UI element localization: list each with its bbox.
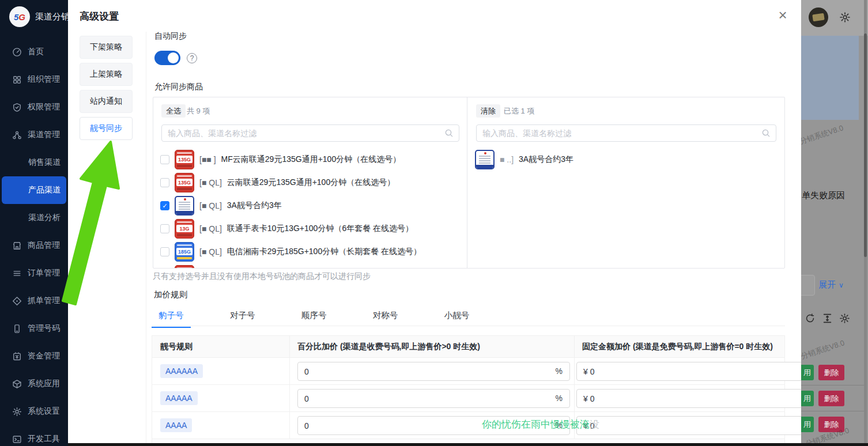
source-list: 135G [■■ ] MF云南联通29元135G通用+100分钟（在线选号） 1… bbox=[153, 148, 467, 268]
fixed-input-wrap bbox=[576, 389, 801, 408]
sidebar-item-system-settings[interactable]: 系统设置 bbox=[0, 398, 68, 425]
lyric-watermark: 你的忧伤在雨中慢慢被淹没 bbox=[482, 418, 599, 431]
select-all-button[interactable]: 全选 bbox=[161, 104, 186, 118]
tab-pair-number[interactable]: 对子号 bbox=[223, 307, 262, 327]
modal-tab-onshelf-strategy[interactable]: 上架策略 bbox=[80, 63, 133, 86]
sidebar-item-org[interactable]: 组织管理 bbox=[0, 66, 68, 93]
sidebar-item-channel[interactable]: 渠道管理 bbox=[0, 121, 68, 149]
terminal-icon bbox=[12, 434, 22, 444]
sidebar-item-goods[interactable]: 商品管理 bbox=[0, 232, 68, 259]
markup-tabs: 豹子号 对子号 顺序号 对称号 小靓号 bbox=[152, 307, 785, 326]
list-item[interactable]: 13G [■ QL] 联通手表卡10元13G+100分钟（6年套餐 在线选号） bbox=[153, 217, 467, 240]
table-row: AAAA % bbox=[152, 412, 784, 439]
expand-link[interactable]: 展开 ∨ bbox=[818, 279, 844, 290]
table-row: 用 删除 bbox=[801, 365, 868, 380]
list-item[interactable]: 185G [■ QL] 电信湘南卡29元185G+100分钟（长期套餐） bbox=[153, 263, 467, 268]
chevron-down-icon: ∨ bbox=[839, 281, 844, 289]
allow-sync-label: 允许同步商品 bbox=[154, 82, 203, 92]
fixed-markup-input[interactable] bbox=[583, 417, 801, 434]
markup-rules-title: 加价规则 bbox=[154, 289, 187, 300]
checkbox[interactable] bbox=[160, 224, 169, 233]
checkbox[interactable] bbox=[160, 155, 169, 164]
checkbox[interactable] bbox=[160, 178, 169, 187]
diamond-icon bbox=[12, 296, 22, 306]
scrollbar-thumb[interactable] bbox=[864, 33, 867, 257]
list-item[interactable]: [■ QL] 3A靓号合约3年 bbox=[153, 194, 467, 217]
background-blue-panel bbox=[801, 36, 859, 120]
tab-small-nice-number[interactable]: 小靓号 bbox=[437, 307, 477, 327]
shield-icon bbox=[12, 103, 22, 112]
modal-tab-offshelf-strategy[interactable]: 下架策略 bbox=[80, 36, 133, 59]
auto-sync-toggle[interactable] bbox=[154, 51, 180, 65]
row-height-icon[interactable] bbox=[822, 313, 833, 324]
transfer-target-panel: 清除 已选 1 项 ■ ..] 3A靓号合约3年 bbox=[468, 97, 784, 268]
product-thumbnail bbox=[475, 150, 495, 169]
list-icon bbox=[12, 269, 22, 278]
clear-button[interactable]: 清除 bbox=[476, 104, 500, 118]
product-thumbnail: 135G bbox=[175, 150, 194, 169]
fixed-markup-input[interactable] bbox=[583, 362, 801, 380]
enable-button[interactable]: 用 bbox=[801, 365, 814, 380]
sidebar-item-permission[interactable]: 权限管理 bbox=[0, 93, 68, 121]
rule-tag: AAAAA bbox=[160, 391, 198, 405]
product-thumbnail bbox=[175, 196, 194, 216]
modal-tab-nice-number-sync[interactable]: 靓号同步 bbox=[80, 117, 133, 140]
table-settings-gear-icon[interactable] bbox=[839, 313, 850, 324]
percent-input-wrap: % bbox=[297, 362, 570, 381]
percent-markup-input[interactable] bbox=[304, 362, 535, 380]
target-search-input[interactable] bbox=[482, 125, 722, 141]
checkbox-checked[interactable] bbox=[160, 201, 169, 210]
source-search-input[interactable] bbox=[168, 125, 405, 141]
tab-symmetric-number[interactable]: 对称号 bbox=[366, 307, 405, 327]
sidebar-item-sales-channel[interactable]: 销售渠道 bbox=[0, 149, 68, 176]
background-partial-button[interactable] bbox=[801, 275, 815, 296]
sidebar-item-dev-tools[interactable]: 开发工具 bbox=[0, 425, 68, 446]
org-grid-icon bbox=[12, 75, 22, 85]
money-icon bbox=[12, 351, 22, 361]
refresh-icon[interactable] bbox=[805, 313, 816, 324]
fixed-markup-input[interactable] bbox=[583, 390, 801, 407]
delete-button[interactable]: 删除 bbox=[818, 391, 844, 406]
table-row: AAAAA % bbox=[152, 385, 784, 412]
source-count: 共 9 项 bbox=[187, 106, 210, 116]
list-item[interactable]: 135G [■■ ] MF云南联通29元135G通用+100分钟（在线选号） bbox=[153, 148, 467, 171]
percent-markup-input[interactable] bbox=[304, 390, 535, 407]
gear-icon[interactable] bbox=[839, 12, 851, 23]
auto-sync-label: 自动同步 bbox=[154, 31, 187, 41]
help-icon[interactable]: ? bbox=[187, 53, 197, 63]
tab-leopard-number[interactable]: 豹子号 bbox=[152, 307, 191, 328]
sidebar-item-numbers[interactable]: 管理号码 bbox=[0, 315, 68, 342]
enable-button[interactable]: 用 bbox=[801, 391, 814, 406]
sidebar-item-grab-orders[interactable]: 抓单管理 bbox=[0, 287, 68, 315]
fixed-input-wrap bbox=[576, 416, 801, 435]
close-icon[interactable]: × bbox=[772, 5, 793, 25]
sidebar-item-channel-analysis[interactable]: 渠道分析 bbox=[0, 204, 68, 232]
sidebar-item-orders[interactable]: 订单管理 bbox=[0, 259, 68, 287]
order-fail-reason-label: 单失败原因 bbox=[802, 190, 845, 201]
sidebar-item-system-apps[interactable]: 系统应用 bbox=[0, 370, 68, 398]
sidebar-item-home[interactable]: 首页 bbox=[0, 38, 68, 66]
fixed-input-wrap bbox=[576, 362, 801, 381]
modal-tab-site-notice[interactable]: 站内通知 bbox=[80, 90, 133, 113]
sidebar-nav: 首页 组织管理 权限管理 渠道管理 销售渠道 产品渠道 渠道分析 商品管理 订单… bbox=[0, 38, 68, 446]
list-item[interactable]: 135G [■ QL] 云南联通29元135G通用+100分钟（在线选号） bbox=[153, 171, 467, 194]
enable-button[interactable]: 用 bbox=[801, 417, 814, 432]
table-row: AAAAAA % bbox=[152, 358, 784, 385]
list-item[interactable]: 185G [■ QL] 电信湘南卡29元185G+100分钟（长期套餐 在线选号… bbox=[153, 240, 467, 263]
app-sidebar: 5G 渠道分销 首页 组织管理 权限管理 渠道管理 销售渠道 产品渠道 渠道分析… bbox=[0, 0, 68, 446]
rule-tag: AAAAAA bbox=[160, 364, 203, 378]
product-thumbnail: 185G bbox=[175, 265, 194, 268]
delete-button[interactable]: 删除 bbox=[818, 365, 844, 380]
product-thumbnail: 13G bbox=[175, 219, 194, 239]
table-row: 用 删除 bbox=[801, 391, 868, 406]
modal-title: 高级设置 bbox=[80, 10, 119, 23]
advanced-settings-modal: 高级设置 × 下架策略 上架策略 站内通知 靓号同步 自动同步 ? 允许同步商品… bbox=[68, 0, 801, 444]
checkbox[interactable] bbox=[160, 247, 169, 256]
percent-input-wrap: % bbox=[297, 389, 570, 408]
avatar[interactable] bbox=[809, 7, 828, 27]
sidebar-item-product-channel[interactable]: 产品渠道 bbox=[2, 176, 66, 204]
tab-sequence-number[interactable]: 顺序号 bbox=[295, 307, 334, 327]
sidebar-item-funds[interactable]: 资金管理 bbox=[0, 342, 68, 370]
list-item[interactable]: ■ ..] 3A靓号合约3年 bbox=[468, 148, 784, 171]
logo-5g-badge: 5G bbox=[9, 6, 30, 27]
